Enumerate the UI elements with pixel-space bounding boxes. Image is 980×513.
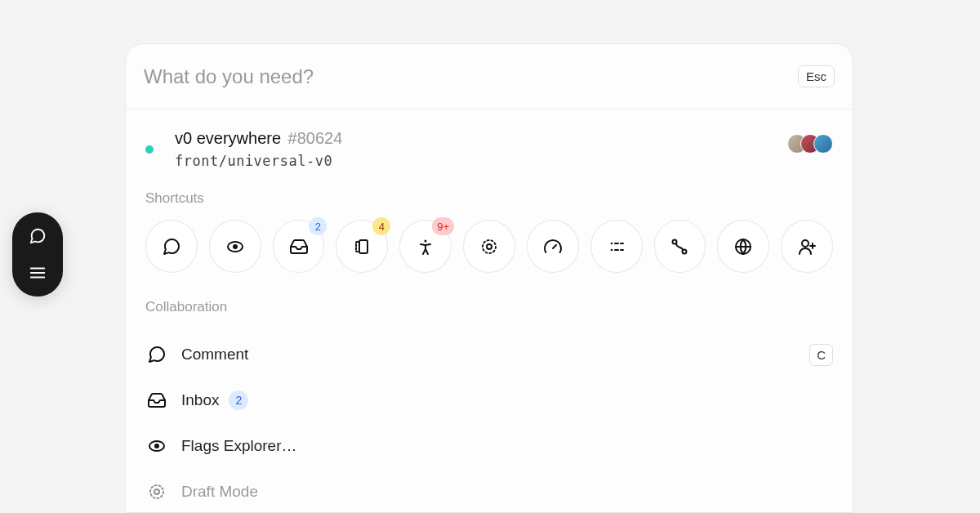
shortcut-layout[interactable]: 4 xyxy=(336,220,388,273)
svg-point-8 xyxy=(487,244,492,249)
collab-label: Comment xyxy=(181,346,248,364)
collab-label: Draft Mode xyxy=(181,483,258,501)
svg-point-24 xyxy=(154,444,159,448)
collab-item-eye[interactable]: Flags Explorer… xyxy=(134,423,844,469)
result-id: #80624 xyxy=(288,129,343,147)
comment-icon xyxy=(145,343,168,366)
shortcuts-row: 249+ xyxy=(126,220,853,292)
svg-point-26 xyxy=(150,485,163,498)
collab-item-inbox[interactable]: Inbox2 xyxy=(134,377,844,423)
search-input[interactable] xyxy=(144,65,798,88)
svg-point-7 xyxy=(425,239,427,242)
chat-icon[interactable] xyxy=(20,219,56,253)
svg-point-9 xyxy=(483,240,496,253)
shortcut-gauge[interactable] xyxy=(527,220,579,273)
shortcut-grid[interactable] xyxy=(590,220,643,273)
add-user-icon xyxy=(797,237,817,256)
count-badge: 2 xyxy=(229,390,248,410)
gauge-icon xyxy=(543,237,563,256)
result-text: v0 everywhere #80624 front/universal-v0 xyxy=(175,129,833,169)
inbox-icon xyxy=(145,389,168,412)
esc-button[interactable]: Esc xyxy=(798,65,835,87)
menu-icon[interactable] xyxy=(20,256,56,291)
shortcut-globe[interactable] xyxy=(717,220,769,273)
eye-icon xyxy=(225,237,245,256)
svg-point-10 xyxy=(610,242,612,244)
draft-icon xyxy=(479,237,499,256)
search-header: Esc xyxy=(126,44,853,109)
grid-icon xyxy=(607,237,626,256)
shortcut-accessibility[interactable]: 9+ xyxy=(399,220,452,273)
globe-icon xyxy=(733,237,753,256)
badge: 4 xyxy=(372,217,390,235)
collab-item-draft[interactable]: Draft Mode xyxy=(134,469,844,513)
inbox-icon xyxy=(289,237,309,256)
svg-rect-5 xyxy=(359,240,368,253)
collab-item-comment[interactable]: CommentC xyxy=(134,332,844,377)
shortcut-add-user[interactable] xyxy=(781,220,833,273)
collab-label: Flags Explorer… xyxy=(181,437,297,455)
svg-point-25 xyxy=(154,489,159,494)
status-dot-icon xyxy=(145,145,154,154)
svg-point-4 xyxy=(233,244,238,249)
section-label-shortcuts: Shortcuts xyxy=(126,184,853,220)
section-label-collaboration: Collaboration xyxy=(126,292,853,328)
collaboration-list: CommentCInbox2Flags Explorer…Draft Mode xyxy=(126,328,853,513)
badge: 2 xyxy=(309,217,327,235)
shortcut-inbox[interactable]: 2 xyxy=(273,220,325,273)
result-branch: front/universal-v0 xyxy=(175,153,833,169)
collab-label: Inbox xyxy=(181,391,219,409)
keyboard-shortcut: C xyxy=(809,344,833,366)
top-result[interactable]: v0 everywhere #80624 front/universal-v0 xyxy=(126,109,853,184)
shortcut-draft[interactable] xyxy=(463,220,515,273)
shortcut-comment[interactable] xyxy=(145,220,198,273)
floating-toolbar xyxy=(12,212,63,297)
draft-icon xyxy=(145,480,168,503)
layout-icon xyxy=(352,237,372,256)
avatar-stack[interactable] xyxy=(787,134,833,154)
avatar xyxy=(813,134,833,154)
shortcut-branch[interactable] xyxy=(654,220,706,273)
result-title: v0 everywhere xyxy=(175,129,281,147)
shortcut-eye[interactable] xyxy=(209,220,261,273)
branch-icon xyxy=(670,237,689,256)
comment-icon xyxy=(162,237,181,256)
command-palette: Esc v0 everywhere #80624 front/universal… xyxy=(125,43,853,513)
eye-icon xyxy=(145,435,168,457)
svg-point-11 xyxy=(610,248,612,251)
badge: 9+ xyxy=(432,217,454,235)
accessibility-icon xyxy=(416,237,435,256)
svg-rect-6 xyxy=(356,242,359,252)
svg-point-20 xyxy=(802,240,808,247)
